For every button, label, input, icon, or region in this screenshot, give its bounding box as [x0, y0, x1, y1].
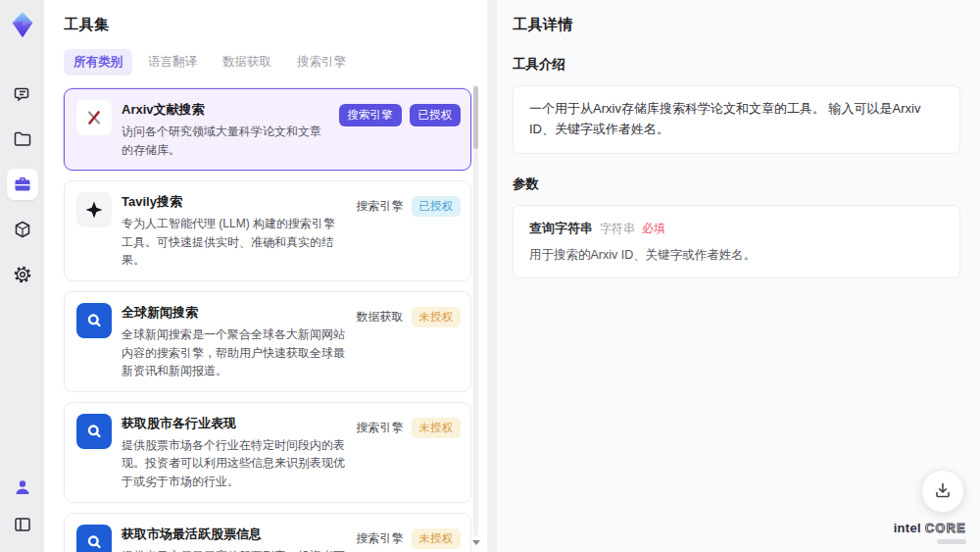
tool-desc: 提供股票市场各个行业在特定时间段内的表现。投资者可以利用这些信息来识别表现优于或… [122, 436, 347, 491]
tool-list-panel: 工具集 所有类别 语言翻译 数据获取 搜索引擎 Arxiv文献搜索 访问各个研究… [44, 0, 487, 552]
intel-core-logo: intelCORE [894, 520, 966, 544]
tool-desc: 全球新闻搜索是一个聚合全球各大新闻网站内容的搜索引擎，帮助用户快速获取全球最新资… [122, 326, 347, 380]
tab-all-categories[interactable]: 所有类别 [64, 49, 132, 75]
tab-data-fetch[interactable]: 数据获取 [213, 49, 281, 75]
tool-name: 获取市场最活跃股票信息 [122, 526, 347, 543]
category-label: 搜索引擎 [357, 198, 404, 215]
tool-card-sector-performance[interactable]: 获取股市各行业表现 提供股票市场各个行业在特定时间段内的表现。投资者可以利用这些… [64, 402, 471, 503]
sidebar-item-panel-toggle[interactable] [7, 509, 38, 540]
app-logo[interactable] [6, 8, 39, 41]
category-badge: 搜索引擎 [339, 104, 402, 126]
auth-badge: 未授权 [412, 307, 462, 327]
sidebar-item-chat[interactable] [7, 78, 38, 110]
sidebar-item-files[interactable] [7, 124, 38, 155]
intel-sub-mark [937, 539, 966, 544]
magnifier-blue-icon [76, 414, 112, 449]
app-window: 工具集 所有类别 语言翻译 数据获取 搜索引擎 Arxiv文献搜索 访问各个研究… [0, 0, 980, 552]
sidebar-item-models[interactable] [7, 214, 38, 245]
tool-list: Arxiv文献搜索 访问各个研究领域大量科学论文和文章的存储库。 搜索引擎 已授… [64, 88, 471, 552]
sidebar-item-user[interactable] [7, 472, 38, 503]
params-heading: 参数 [513, 176, 960, 193]
user-icon [13, 477, 32, 497]
category-label: 搜索引擎 [357, 530, 404, 547]
param-type: 字符串 [600, 220, 635, 238]
sparkle-icon [76, 192, 112, 227]
tab-search-engine[interactable]: 搜索引擎 [287, 49, 356, 75]
intel-wordmark: intel [894, 521, 921, 535]
tool-intro-text: 一个用于从Arxiv存储库搜索科学论文和文章的工具。 输入可以是Arxiv ID… [513, 85, 960, 154]
tool-name: Arxiv文献搜索 [122, 101, 329, 119]
tool-card-active-stocks[interactable]: 获取市场最活跃股票信息 提供当天交易量最高的股票列表。投资者可以利用这些信息来识… [64, 513, 471, 552]
auth-badge: 未授权 [412, 418, 462, 438]
arxiv-icon [76, 100, 112, 135]
param-required-flag: 必填 [642, 220, 665, 238]
category-tabs: 所有类别 语言翻译 数据获取 搜索引擎 [64, 49, 471, 75]
intro-heading: 工具介绍 [513, 56, 960, 74]
sidebar-bottom [7, 472, 38, 540]
gear-icon [13, 265, 32, 284]
tool-desc: 提供当天交易量最高的股票列表。投资者可以利用这些信息来识别流动性强的股票和潜在的… [122, 547, 347, 552]
magnifier-blue-icon [76, 525, 112, 552]
tool-card-tavily[interactable]: Tavily搜索 专为人工智能代理 (LLM) 构建的搜索引擎工具。可快速提供实… [64, 180, 471, 281]
panel-divider [487, 0, 497, 552]
download-button[interactable] [921, 470, 964, 513]
list-scrollbar[interactable] [473, 84, 478, 536]
magnifier-blue-icon [76, 303, 112, 338]
detail-title: 工具详情 [513, 16, 960, 34]
core-wordmark: CORE [925, 522, 966, 535]
scrollbar-down-arrow[interactable] [472, 540, 480, 545]
tab-language-translation[interactable]: 语言翻译 [138, 49, 207, 75]
tool-name: 全球新闻搜索 [122, 304, 347, 322]
param-name: 查询字符串 [529, 219, 593, 239]
auth-badge: 已授权 [412, 196, 462, 217]
sidebar-nav [7, 78, 38, 290]
category-label: 数据获取 [357, 309, 404, 326]
tool-desc: 访问各个研究领域大量科学论文和文章的存储库。 [122, 123, 329, 159]
tool-name: Tavily搜索 [122, 193, 347, 211]
cube-icon [13, 220, 32, 239]
sidebar-item-settings[interactable] [7, 259, 38, 290]
category-label: 搜索引擎 [357, 420, 404, 436]
auth-badge: 已授权 [410, 104, 462, 126]
tool-desc: 专为人工智能代理 (LLM) 构建的搜索引擎工具。可快速提供实时、准确和真实的结… [122, 215, 347, 270]
auth-badge: 未授权 [412, 528, 462, 549]
param-desc: 用于搜索的Arxiv ID、关键字或作者姓名。 [529, 245, 944, 265]
sidebar-item-tools[interactable] [7, 169, 38, 200]
tool-name: 获取股市各行业表现 [122, 415, 347, 432]
scrollbar-thumb[interactable] [473, 86, 478, 149]
chat-icon [13, 84, 32, 104]
tool-card-arxiv[interactable]: Arxiv文献搜索 访问各个研究领域大量科学论文和文章的存储库。 搜索引擎 已授… [64, 88, 471, 171]
page-title: 工具集 [64, 16, 471, 34]
tool-card-global-news[interactable]: 全球新闻搜索 全球新闻搜索是一个聚合全球各大新闻网站内容的搜索引擎，帮助用户快速… [64, 291, 471, 392]
tool-detail-panel: 工具详情 工具介绍 一个用于从Arxiv存储库搜索科学论文和文章的工具。 输入可… [497, 0, 980, 552]
briefcase-icon [13, 175, 32, 194]
parameter-card: 查询字符串 字符串 必填 用于搜索的Arxiv ID、关键字或作者姓名。 [513, 205, 960, 279]
panel-toggle-icon [13, 515, 32, 534]
folder-icon [13, 129, 32, 149]
download-icon [933, 480, 953, 503]
sidebar [0, 0, 44, 552]
